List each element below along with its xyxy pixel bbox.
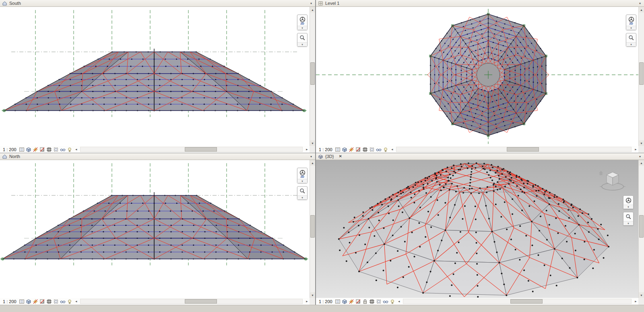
view-titlebar-north[interactable]: North ▾	[0, 153, 315, 160]
crop-view-icon[interactable]	[362, 147, 368, 152]
titlebar-menu-arrow[interactable]: ▾	[310, 2, 313, 5]
scroll-up-button[interactable]: ▲	[639, 7, 644, 12]
scroll-left-button[interactable]: ◄	[390, 148, 395, 151]
scroll-up-button[interactable]: ▲	[639, 160, 644, 166]
sun-path-icon[interactable]	[349, 299, 354, 304]
wheel-options-arrow[interactable]: ▾	[297, 179, 307, 183]
titlebar-menu-arrow[interactable]: ▾	[639, 2, 642, 5]
scroll-right-button[interactable]: ►	[304, 148, 310, 151]
reveal-hidden-elements-icon[interactable]	[390, 299, 395, 304]
wheel-options-arrow[interactable]: ▾	[626, 26, 636, 30]
show-crop-region-icon[interactable]	[376, 299, 382, 304]
zoom-tool-button[interactable]: ▾	[623, 212, 634, 226]
navigation-wheel-button[interactable]: ▾	[623, 195, 634, 209]
crop-view-icon[interactable]	[369, 299, 375, 304]
visual-style-icon[interactable]	[26, 147, 31, 152]
horizontal-scroll-thumb[interactable]	[507, 147, 539, 152]
vertical-scroll-thumb[interactable]	[310, 215, 315, 238]
vertical-scroll-thumb[interactable]	[639, 62, 644, 85]
scroll-right-button[interactable]: ►	[633, 148, 638, 151]
horizontal-scrollbar[interactable]	[80, 299, 303, 304]
view-titlebar-south[interactable]: South ▾	[0, 0, 315, 7]
titlebar-menu-arrow[interactable]: ▾	[639, 155, 642, 158]
vertical-scrollbar[interactable]: ▲ ▼	[310, 160, 315, 298]
zoom-options-arrow[interactable]: ▾	[626, 42, 636, 46]
navigation-wheel-button[interactable]: 2D▾	[297, 168, 308, 183]
horizontal-scrollbar[interactable]	[80, 147, 303, 152]
scale-label[interactable]: 1 : 200	[319, 147, 332, 152]
scroll-down-button[interactable]: ▼	[639, 140, 644, 146]
detail-level-icon[interactable]	[335, 299, 341, 304]
close-view-button[interactable]: ✕	[339, 154, 342, 158]
navigation-wheel-button[interactable]: 2D▾	[626, 14, 636, 30]
shadows-icon[interactable]	[355, 147, 361, 152]
scale-label[interactable]: 1 : 200	[3, 299, 17, 304]
visual-style-icon[interactable]	[342, 299, 347, 304]
temporary-hide-isolate-icon[interactable]	[376, 147, 382, 152]
titlebar-menu-arrow[interactable]: ▾	[310, 155, 313, 158]
view-titlebar-3d[interactable]: {3D} ✕ ▾	[316, 153, 644, 160]
temporary-hide-isolate-icon[interactable]	[60, 147, 66, 152]
shadows-icon[interactable]	[39, 147, 45, 152]
scale-label[interactable]: 1 : 200	[3, 147, 17, 152]
scroll-left-button[interactable]: ◄	[74, 148, 79, 151]
visual-style-icon[interactable]	[342, 147, 347, 152]
scroll-left-button[interactable]: ◄	[74, 300, 79, 303]
wheel-options-arrow[interactable]: ▾	[297, 26, 307, 30]
show-crop-region-icon[interactable]	[369, 147, 375, 152]
scroll-right-button[interactable]: ►	[633, 300, 638, 303]
sun-path-icon[interactable]	[349, 147, 354, 152]
sun-path-icon[interactable]	[33, 147, 38, 152]
scale-label[interactable]: 1 : 200	[319, 299, 332, 304]
reveal-hidden-elements-icon[interactable]	[67, 147, 72, 152]
detail-level-icon[interactable]	[335, 147, 341, 152]
vertical-scrollbar[interactable]: ▲ ▼	[638, 160, 644, 298]
horizontal-scroll-thumb[interactable]	[185, 299, 217, 304]
viewport-3d: {3D} ✕ ▾ ▾▾ ▲ ▼ 1 : 200 ◄ ►	[316, 153, 644, 305]
detail-level-icon[interactable]	[19, 147, 25, 152]
crop-view-icon[interactable]	[46, 147, 52, 152]
crop-view-icon[interactable]	[46, 299, 52, 304]
zoom-tool-button[interactable]: ▾	[297, 186, 308, 200]
reveal-hidden-elements-icon[interactable]	[67, 299, 72, 304]
horizontal-scrollbar[interactable]	[396, 147, 632, 152]
sun-path-icon[interactable]	[33, 299, 38, 304]
temporary-hide-isolate-icon[interactable]	[383, 299, 388, 304]
navigation-wheel-button[interactable]: 2D▾	[297, 14, 308, 30]
scroll-up-button[interactable]: ▲	[310, 7, 315, 12]
zoom-tool-button[interactable]: ▾	[626, 33, 636, 47]
detail-level-icon[interactable]	[19, 299, 25, 304]
view-cube[interactable]	[597, 166, 627, 195]
vertical-scroll-thumb[interactable]	[310, 62, 315, 85]
zoom-tool-button[interactable]: ▾	[297, 33, 308, 47]
view-canvas-level1[interactable]: 2D▾▾	[316, 7, 638, 146]
show-crop-region-icon[interactable]	[53, 299, 59, 304]
temporary-hide-isolate-icon[interactable]	[60, 299, 66, 304]
lock-3d-view-icon[interactable]	[362, 299, 368, 304]
scroll-down-button[interactable]: ▼	[310, 140, 315, 146]
wheel-options-arrow[interactable]: ▾	[623, 205, 633, 209]
view-canvas-south[interactable]: 2D▾▾	[0, 7, 310, 146]
zoom-options-arrow[interactable]: ▾	[623, 221, 633, 225]
shadows-icon[interactable]	[39, 299, 45, 304]
horizontal-scrollbar[interactable]	[403, 299, 632, 304]
scroll-down-button[interactable]: ▼	[639, 292, 644, 298]
scroll-left-button[interactable]: ◄	[396, 300, 402, 303]
view-titlebar-level1[interactable]: Level 1 ▾	[316, 0, 644, 7]
shadows-icon[interactable]	[355, 299, 361, 304]
scroll-right-button[interactable]: ►	[304, 300, 310, 303]
scroll-down-button[interactable]: ▼	[310, 292, 315, 298]
vertical-scroll-thumb[interactable]	[639, 215, 644, 238]
zoom-options-arrow[interactable]: ▾	[297, 42, 307, 46]
vertical-scrollbar[interactable]: ▲ ▼	[310, 7, 315, 146]
view-canvas-north[interactable]: 2D▾▾	[0, 160, 310, 298]
reveal-hidden-elements-icon[interactable]	[383, 147, 388, 152]
scroll-up-button[interactable]: ▲	[310, 160, 315, 166]
zoom-options-arrow[interactable]: ▾	[297, 195, 307, 199]
show-crop-region-icon[interactable]	[53, 147, 59, 152]
view-canvas-3d[interactable]: ▾▾	[316, 160, 638, 298]
horizontal-scroll-thumb[interactable]	[185, 147, 217, 152]
visual-style-icon[interactable]	[26, 299, 31, 304]
horizontal-scroll-thumb[interactable]	[510, 299, 543, 304]
vertical-scrollbar[interactable]: ▲ ▼	[638, 7, 644, 146]
